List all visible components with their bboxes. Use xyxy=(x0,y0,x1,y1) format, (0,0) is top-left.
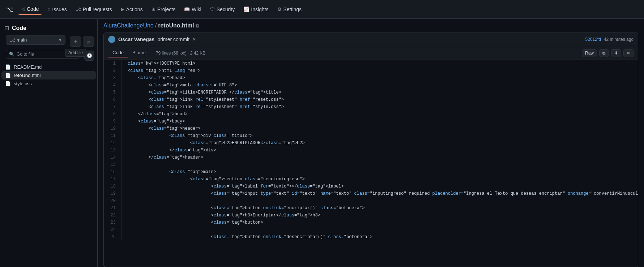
line-code: <class="tag">meta charset="UTF-8"> xyxy=(122,82,237,89)
nav-pull-requests[interactable]: ⎇ Pull requests xyxy=(72,4,116,14)
nav-wiki[interactable]: 📖 Wiki xyxy=(180,4,205,14)
line-number[interactable]: 3 xyxy=(104,74,122,82)
code-line: 24 xyxy=(104,226,638,233)
nav-insights-label: Insights xyxy=(251,7,268,12)
nav-issues[interactable]: ○ Issues xyxy=(44,4,70,14)
line-number[interactable]: 22 xyxy=(104,212,122,219)
line-number[interactable]: 18 xyxy=(104,183,122,190)
code-line: 8 </class="tag">head> xyxy=(104,111,638,118)
code-line: 12 <class="tag">h2>ENCRIPTADOR</class="t… xyxy=(104,139,638,147)
code-line: 10 <class="tag">header> xyxy=(104,125,638,132)
add-file-button[interactable]: ＋ xyxy=(70,36,81,47)
line-code: <class="tag">button onclick="encriptar()… xyxy=(122,204,364,212)
line-number[interactable]: 1 xyxy=(104,60,122,67)
code-line: 2<class="tag">html lang="es"> xyxy=(104,67,638,74)
code-line: 20 xyxy=(104,197,638,204)
wiki-icon: 📖 xyxy=(184,7,190,12)
line-code: <class="tag">div class="titulo"> xyxy=(122,132,253,139)
github-logo-icon: ⌥ xyxy=(6,5,13,13)
file-item-style[interactable]: 📄 style.css xyxy=(1,79,96,88)
line-number[interactable]: 20 xyxy=(104,197,122,204)
code-line: 6 <class="tag">link rel="stylesheet" hre… xyxy=(104,96,638,103)
code-line: 4 <class="tag">meta charset="UTF-8"> xyxy=(104,82,638,89)
line-number[interactable]: 11 xyxy=(104,132,122,139)
nav-projects-label: Projects xyxy=(157,7,176,12)
avatar xyxy=(108,36,115,43)
line-number[interactable]: 25 xyxy=(104,233,122,241)
breadcrumb: AluraChallengeUno / retoUno.html ⧉ xyxy=(103,22,638,29)
copy-path-button[interactable]: ⧉ xyxy=(196,23,199,29)
line-number[interactable]: 2 xyxy=(104,67,122,74)
line-number[interactable]: 23 xyxy=(104,219,122,226)
code-line: 14 </class="tag">header> xyxy=(104,154,638,161)
download-button[interactable]: ⬇ xyxy=(611,49,621,57)
pr-icon: ⎇ xyxy=(76,7,81,12)
code-meta: 79 lines (68 loc) · 2.42 KB xyxy=(156,51,205,56)
nav-security[interactable]: 🛡 Security xyxy=(206,4,239,14)
tab-blame[interactable]: Blame xyxy=(128,48,150,57)
line-code: <class="tag">label for="texto"></class="… xyxy=(122,183,344,190)
line-code: <class="tag">button> xyxy=(122,219,263,226)
code-line: 25 <class="tag">button onclick="desencri… xyxy=(104,233,638,241)
commit-author[interactable]: Oscar Vanegas xyxy=(118,36,154,42)
line-number[interactable]: 8 xyxy=(104,111,122,118)
line-number[interactable]: 15 xyxy=(104,161,122,168)
nav-code-label: Code xyxy=(27,6,39,12)
edit-icon: ✏ xyxy=(627,51,630,56)
line-code: <class="tag">header> xyxy=(122,125,201,132)
copy-raw-button[interactable]: ⧉ xyxy=(599,49,609,57)
code-line: 19 <class="tag">input type="text" id="te… xyxy=(104,190,638,197)
line-code: <class="tag">h2>ENCRIPTADOR</class="tag"… xyxy=(122,139,305,147)
line-number[interactable]: 13 xyxy=(104,147,122,154)
tab-code[interactable]: Code xyxy=(108,48,128,57)
commit-hash[interactable]: 52612fd xyxy=(585,37,601,42)
line-number[interactable]: 10 xyxy=(104,125,122,132)
line-number[interactable]: 4 xyxy=(104,82,122,89)
line-number[interactable]: 17 xyxy=(104,176,122,183)
branch-selector[interactable]: ⎇ main ▾ xyxy=(6,35,65,45)
edit-button[interactable]: ✏ xyxy=(623,49,634,57)
line-number[interactable]: 14 xyxy=(104,154,122,161)
search-files-button[interactable]: ⌕ xyxy=(83,36,94,47)
file-name-readme: README.md xyxy=(14,64,42,70)
top-nav: ⌥ ◁ Code ○ Issues ⎇ Pull requests ▶ Acti… xyxy=(0,0,644,19)
nav-code[interactable]: ◁ Code xyxy=(18,4,42,15)
line-number[interactable]: 16 xyxy=(104,168,122,176)
commit-close-icon[interactable]: ✕ xyxy=(192,37,196,42)
line-number[interactable]: 6 xyxy=(104,96,122,103)
line-code: <class="tag">section class="seccioningre… xyxy=(122,176,305,183)
history-icon: 🕐 xyxy=(87,53,92,58)
nav-issues-label: Issues xyxy=(52,7,67,12)
sidebar: ⊡ Code ⎇ main ▾ ＋ Add file ⌕ 🔍 Go to fil… xyxy=(0,19,98,267)
file-icon-style: 📄 xyxy=(5,81,11,86)
code-line: 22 <class="tag">h3>Encriptar</class="tag… xyxy=(104,212,638,219)
nav-projects[interactable]: ⊞ Projects xyxy=(148,4,179,14)
raw-button[interactable]: Raw xyxy=(582,49,597,57)
nav-settings[interactable]: ⚙ Settings xyxy=(274,4,306,14)
line-number[interactable]: 19 xyxy=(104,190,122,197)
issues-icon: ○ xyxy=(47,7,50,12)
line-code xyxy=(122,197,130,204)
line-code xyxy=(122,161,130,168)
download-icon: ⬇ xyxy=(614,51,618,56)
line-code: <class="tag">title>ENCRIPTADOR </class="… xyxy=(122,89,281,96)
file-item-readme[interactable]: 📄 README.md xyxy=(1,63,96,71)
line-number[interactable]: 9 xyxy=(104,118,122,125)
code-line: 17 <class="tag">section class="seccionin… xyxy=(104,176,638,183)
code-line: 9 <class="tag">body> xyxy=(104,118,638,125)
nav-actions[interactable]: ▶ Actions xyxy=(117,4,146,14)
line-number[interactable]: 21 xyxy=(104,204,122,212)
file-item-retouno[interactable]: 📄 retoUno.html xyxy=(1,71,96,79)
nav-insights[interactable]: 📈 Insights xyxy=(240,4,272,14)
line-number[interactable]: 24 xyxy=(104,226,122,233)
panel-toggle-icon[interactable]: ⊡ xyxy=(4,25,9,31)
breadcrumb-repo[interactable]: AluraChallengeUno xyxy=(103,22,154,29)
add-file-tooltip: Add file xyxy=(65,49,86,57)
line-number[interactable]: 5 xyxy=(104,89,122,96)
code-line: 23 <class="tag">button> xyxy=(104,219,638,226)
line-number[interactable]: 7 xyxy=(104,103,122,111)
actions-icon: ▶ xyxy=(121,7,124,12)
nav-security-label: Security xyxy=(217,7,235,12)
line-number[interactable]: 12 xyxy=(104,139,122,147)
nav-pr-label: Pull requests xyxy=(83,7,112,12)
